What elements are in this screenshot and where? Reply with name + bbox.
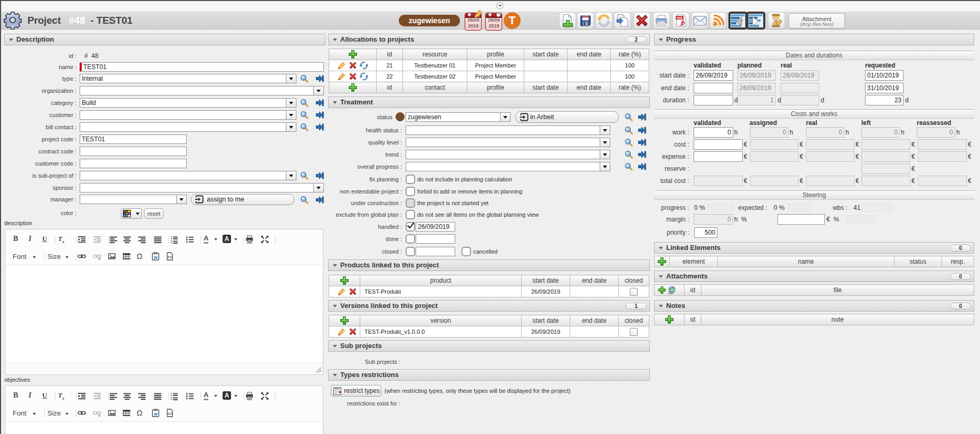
svg-text:PDF: PDF xyxy=(677,16,683,20)
